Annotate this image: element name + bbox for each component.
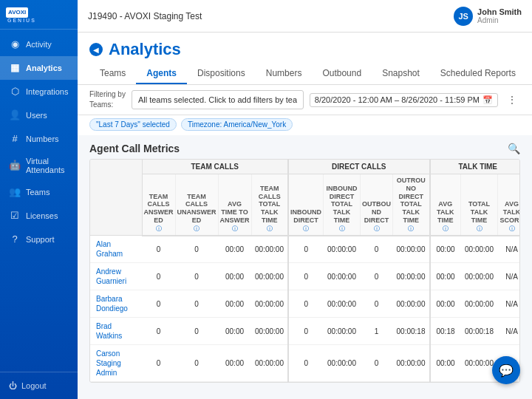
- search-icon[interactable]: 🔍: [508, 143, 520, 154]
- data-cell: 00:00:00: [324, 236, 361, 263]
- data-cell: 0: [361, 236, 393, 263]
- date-tag: "Last 7 Days" selected: [89, 118, 177, 131]
- data-cell: 00:00:00: [251, 318, 288, 345]
- agent-name-cell: Alan Graham: [90, 236, 142, 263]
- data-cell: 00:00:18: [393, 318, 430, 345]
- filter-menu-button[interactable]: ⋮: [504, 94, 520, 106]
- sidebar-item-analytics[interactable]: ▦ Analytics: [0, 56, 78, 80]
- data-cell: N/A: [498, 263, 521, 290]
- data-cell: N/A: [498, 318, 521, 345]
- data-cell: 0: [142, 345, 175, 382]
- data-cell: 00:00: [430, 236, 461, 263]
- tab-numbers[interactable]: Numbers: [256, 64, 313, 84]
- chat-fab-button[interactable]: 💬: [492, 356, 520, 384]
- tab-dispositions[interactable]: Dispositions: [187, 64, 256, 84]
- data-cell: 00:00: [218, 263, 251, 290]
- page-header: ◀ Analytics Teams Agents Dispositions Nu…: [78, 33, 532, 85]
- agent-name-cell: Andrew Guarnieri: [90, 263, 142, 290]
- data-cell: 00:00:00: [251, 263, 288, 290]
- data-cell: 0: [175, 345, 218, 382]
- sidebar-item-licenses[interactable]: ☑ Licenses: [0, 204, 78, 228]
- sidebar-item-integrations[interactable]: ⬡ Integrations: [0, 80, 78, 103]
- data-cell: 0: [361, 290, 393, 318]
- tab-snapshot[interactable]: Snapshot: [372, 64, 430, 84]
- agent-name-cell: Carson Staging Admin: [90, 345, 142, 382]
- data-cell: N/A: [498, 236, 521, 263]
- topbar: J19490 - AVOXI Staging Test JS John Smit…: [78, 0, 532, 33]
- data-cell: 00:00:00: [461, 236, 498, 263]
- data-cell: 0: [288, 345, 324, 382]
- activity-icon: ◉: [9, 38, 21, 50]
- teams-icon: 👥: [9, 186, 21, 198]
- data-cell: 00:00: [430, 345, 461, 382]
- sidebar-item-users[interactable]: 👤 Users: [0, 103, 78, 127]
- sidebar-item-activity[interactable]: ◉ Activity: [0, 33, 78, 56]
- data-cell: 0: [288, 263, 324, 290]
- data-cell: 0: [175, 318, 218, 345]
- topbar-title: J19490 - AVOXI Staging Test: [88, 11, 202, 21]
- data-cell: 00:00: [218, 318, 251, 345]
- table-row: Barbara Dondiego0000:0000:00:00000:00:00…: [90, 290, 520, 318]
- data-cell: 00:00:00: [393, 290, 430, 318]
- data-cell: 0: [175, 263, 218, 290]
- user-role: Admin: [477, 16, 522, 24]
- analytics-icon: ▦: [9, 62, 21, 74]
- sidebar-nav: ◉ Activity ▦ Analytics ⬡ Integrations 👤 …: [0, 30, 78, 372]
- tab-live-inbound[interactable]: Live Inbound: [526, 64, 532, 84]
- data-cell: 00:18: [430, 318, 461, 345]
- data-cell: N/A: [498, 290, 521, 318]
- table-container[interactable]: TEAM CALLS DIRECT CALLS TALK TIME TEAM C…: [89, 159, 520, 383]
- teams-filter-input[interactable]: [132, 90, 304, 109]
- date-range[interactable]: 8/20/2020 - 12:00 AM – 8/26/2020 - 11:59…: [310, 93, 498, 107]
- agent-name-cell: Brad Watkins: [90, 318, 142, 345]
- logo-text: AVOXI: [6, 7, 28, 18]
- tab-agents[interactable]: Agents: [136, 64, 187, 84]
- tab-outbound[interactable]: Outbound: [312, 64, 372, 84]
- sidebar-item-support[interactable]: ? Support: [0, 228, 78, 251]
- table-row: Alan Graham0000:0000:00:00000:00:00000:0…: [90, 236, 520, 263]
- data-cell: 0: [288, 290, 324, 318]
- data-cell: 0: [288, 318, 324, 345]
- avatar: JS: [454, 7, 473, 26]
- data-cell: 00:00: [218, 236, 251, 263]
- data-cell: 00:00: [218, 345, 251, 382]
- sidebar-item-numbers[interactable]: # Numbers: [0, 127, 78, 151]
- logout-button[interactable]: ⏻ Logout: [9, 378, 69, 393]
- collapse-button[interactable]: ◀: [89, 43, 103, 56]
- tab-teams[interactable]: Teams: [89, 64, 136, 84]
- data-cell: 0: [142, 290, 175, 318]
- calendar-icon: 📅: [482, 95, 493, 105]
- data-cell: 0: [288, 236, 324, 263]
- group-header-row: TEAM CALLS DIRECT CALLS TALK TIME: [90, 160, 520, 174]
- sidebar-item-virtual-attendants[interactable]: 🤖 Virtual Attendants: [0, 151, 78, 180]
- integrations-icon: ⬡: [9, 86, 21, 98]
- data-cell: 0: [361, 263, 393, 290]
- table-row: Carson Staging Admin0000:0000:00:00000:0…: [90, 345, 520, 382]
- data-cell: 00:00:00: [393, 345, 430, 382]
- section-title: Agent Call Metrics: [89, 143, 180, 154]
- data-cell: 00:00: [430, 290, 461, 318]
- sidebar: AVOXI GENIUS ◉ Activity ▦ Analytics ⬡ In…: [0, 0, 78, 399]
- table-row: Andrew Guarnieri0000:0000:00:00000:00:00…: [90, 263, 520, 290]
- direct-calls-group: DIRECT CALLS: [288, 160, 430, 174]
- data-cell: 00:00:00: [324, 345, 361, 382]
- data-cell: 00:00: [430, 263, 461, 290]
- data-cell: 00:00:00: [324, 318, 361, 345]
- data-cell: 0: [361, 345, 393, 382]
- data-cell: 00:00:00: [393, 263, 430, 290]
- tags-row: "Last 7 Days" selected Timezone: America…: [78, 115, 532, 135]
- section-header: Agent Call Metrics 🔍: [78, 135, 532, 159]
- col-header-row: TEAM CALLS ANSWER EDⓘ TEAM CALLS UNANSWE…: [90, 174, 520, 236]
- table-row: Brad Watkins0000:0000:00:00000:00:00100:…: [90, 318, 520, 345]
- sidebar-item-teams[interactable]: 👥 Teams: [0, 180, 78, 204]
- data-cell: 0: [142, 236, 175, 263]
- data-cell: 00:00:00: [324, 263, 361, 290]
- data-cell: 0: [142, 318, 175, 345]
- data-cell: 0: [175, 290, 218, 318]
- data-cell: 00:00:00: [251, 236, 288, 263]
- data-cell: 00:00:00: [461, 263, 498, 290]
- agent-name-cell: Barbara Dondiego: [90, 290, 142, 318]
- support-icon: ?: [9, 233, 21, 245]
- tab-scheduled-reports[interactable]: Scheduled Reports: [430, 64, 526, 84]
- data-cell: 00:00:00: [324, 290, 361, 318]
